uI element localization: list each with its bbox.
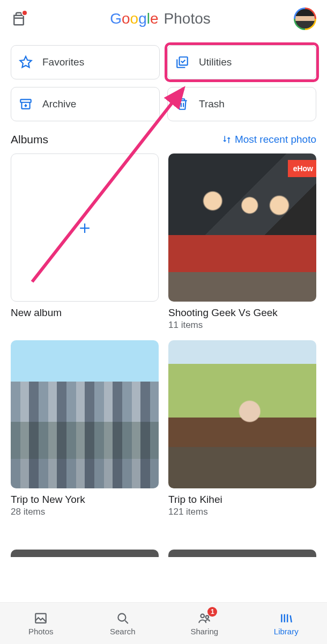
nav-label: Library (274, 627, 299, 636)
nav-photos[interactable]: Photos (0, 603, 82, 644)
library-icon (279, 611, 293, 625)
album-item[interactable]: Trip to Kihei 121 items (168, 340, 316, 517)
trash-label: Trash (199, 98, 225, 110)
photos-icon (34, 611, 48, 625)
star-icon (19, 55, 33, 69)
album-count: 28 items (11, 507, 159, 517)
sort-label: Most recent photo (235, 134, 316, 145)
albums-grid: ＋ New album Shooting Geek Vs Geek 11 ite… (0, 153, 327, 528)
print-store-icon[interactable] (11, 11, 27, 27)
svg-rect-1 (20, 99, 31, 102)
nav-label: Photos (28, 627, 54, 636)
trash-icon (175, 97, 189, 111)
album-thumbnail (168, 340, 316, 488)
more-albums-peek (0, 528, 327, 557)
utilities-icon (175, 55, 189, 69)
utilities-label: Utilities (199, 56, 232, 68)
nav-label: Search (110, 627, 136, 636)
plus-icon: ＋ (76, 215, 94, 240)
album-title: Trip to New York (11, 494, 159, 506)
utilities-highlight-annotation: Utilities (165, 42, 319, 82)
album-title: Trip to Kihei (168, 494, 316, 506)
search-icon (116, 611, 130, 625)
new-album-button[interactable]: ＋ New album (11, 153, 159, 331)
app-header: Google Photos (0, 0, 327, 38)
album-title: Shooting Geek Vs Geek (168, 307, 316, 319)
nav-search[interactable]: Search (82, 603, 164, 644)
nav-sharing[interactable]: 1 Sharing (164, 603, 246, 644)
category-grid: Favorites Utilities Archive Trash (0, 38, 327, 131)
sort-button[interactable]: Most recent photo (222, 134, 316, 145)
album-count: 11 items (168, 320, 316, 331)
google-photos-logo: Google Photos (110, 10, 211, 27)
sort-icon (222, 135, 232, 144)
svg-point-6 (201, 614, 205, 618)
nav-library[interactable]: Library (246, 603, 328, 644)
svg-point-5 (118, 613, 125, 621)
svg-point-7 (206, 616, 209, 618)
bottom-navigation: Photos Search 1 Sharing Library (0, 602, 327, 644)
archive-label: Archive (42, 98, 76, 110)
logo-product-name: Photos (164, 10, 211, 27)
favorites-label: Favorites (42, 56, 84, 68)
album-thumbnail (168, 153, 316, 302)
archive-button[interactable]: Archive (11, 87, 160, 121)
albums-section-header: Albums Most recent photo (0, 131, 327, 153)
nav-label: Sharing (190, 627, 218, 636)
album-title: New album (11, 307, 159, 319)
album-item[interactable]: Trip to New York 28 items (11, 340, 159, 517)
utilities-button[interactable]: Utilities (167, 45, 316, 79)
albums-heading: Albums (11, 133, 48, 146)
album-thumbnail (11, 340, 159, 488)
album-item[interactable]: Shooting Geek Vs Geek 11 items (168, 153, 316, 331)
album-count: 121 items (168, 507, 316, 517)
archive-icon (19, 97, 33, 111)
favorites-button[interactable]: Favorites (11, 45, 160, 79)
notification-dot-icon (21, 10, 28, 16)
trash-button[interactable]: Trash (167, 87, 316, 121)
account-avatar[interactable] (294, 8, 316, 30)
sharing-badge: 1 (207, 607, 217, 617)
